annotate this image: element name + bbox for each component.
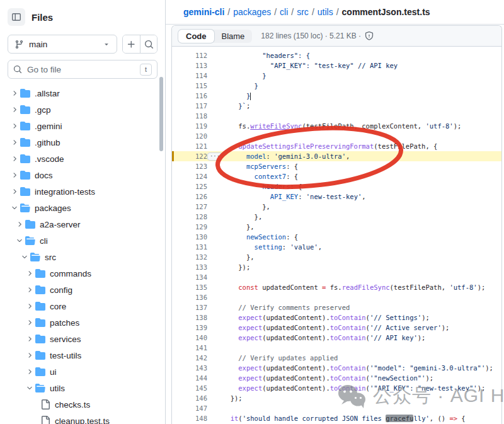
tree-item-services[interactable]: services — [0, 331, 163, 347]
line-number[interactable]: 116 — [172, 91, 207, 101]
go-to-file-input[interactable]: Go to file t — [8, 60, 158, 79]
line-number[interactable]: 142 — [172, 353, 207, 363]
chevron-right-icon[interactable] — [10, 154, 19, 163]
line-number[interactable]: 133 — [172, 262, 207, 272]
line-number[interactable]: 148 — [172, 413, 207, 423]
chevron-right-icon[interactable] — [25, 302, 34, 311]
line-number[interactable]: 123 — [172, 161, 207, 171]
tree-item-docs[interactable]: docs — [0, 167, 163, 183]
chevron-down-icon[interactable] — [25, 384, 34, 392]
line-number[interactable]: 134 — [172, 272, 207, 282]
tree-item-patches[interactable]: patches — [0, 314, 163, 331]
line-number[interactable]: 127 — [172, 202, 207, 212]
tree-item-config[interactable]: config — [0, 282, 163, 298]
chevron-right-icon[interactable] — [25, 351, 34, 360]
chevron-down-icon[interactable] — [15, 236, 24, 245]
tab-code[interactable]: Code — [178, 30, 214, 43]
tree-item--gcp[interactable]: .gcp — [0, 101, 163, 118]
line-number[interactable]: 139 — [172, 323, 207, 333]
line-number[interactable]: 135 — [172, 282, 207, 292]
line-number[interactable]: 117 — [172, 101, 207, 111]
line-number[interactable]: 129 — [172, 222, 207, 232]
tree-item-a2a-server[interactable]: a2a-server — [0, 216, 163, 232]
chevron-right-icon[interactable] — [10, 89, 19, 98]
line-number[interactable]: 146 — [172, 393, 207, 403]
line-number[interactable]: 118 — [172, 111, 207, 121]
chevron-right-icon[interactable] — [25, 367, 34, 376]
folder-glyph — [35, 383, 45, 393]
breadcrumb-current-file: commentJson.test.ts — [342, 7, 430, 17]
breadcrumb-link-cli[interactable]: cli — [280, 7, 288, 17]
line-number[interactable]: 136 — [172, 292, 207, 302]
tree-item--vscode[interactable]: .vscode — [0, 151, 163, 167]
new-file-button[interactable] — [123, 35, 140, 53]
tree-item-ui[interactable]: ui — [0, 364, 163, 380]
chevron-right-icon[interactable] — [10, 187, 19, 196]
breadcrumb-link-utils[interactable]: utils — [318, 7, 333, 17]
collapse-sidebar-button[interactable] — [8, 8, 25, 26]
line-number[interactable]: 114 — [172, 71, 207, 81]
line-number[interactable]: 122 — [172, 151, 207, 161]
line-number[interactable]: 144 — [172, 373, 207, 383]
line-number[interactable]: 112 — [172, 50, 207, 60]
line-actions-button[interactable]: ··· — [207, 152, 222, 161]
line-number[interactable]: 137 — [172, 302, 207, 312]
line-number[interactable]: 143 — [172, 363, 207, 373]
breadcrumb-link-src[interactable]: src — [297, 7, 309, 17]
breadcrumb-link-packages[interactable]: packages — [233, 7, 271, 17]
line-number[interactable]: 140 — [172, 333, 207, 343]
sidebar-scrollbar[interactable] — [159, 77, 163, 151]
chevron-right-icon[interactable] — [10, 122, 19, 130]
folder-glyph — [35, 318, 45, 328]
line-number[interactable]: 147 — [172, 403, 207, 413]
chevron-right-icon[interactable] — [25, 318, 34, 327]
chevron-down-icon[interactable] — [10, 203, 19, 212]
tree-item-core[interactable]: core — [0, 298, 163, 314]
code-line-text: expect(updatedContent).toContain('// API… — [222, 333, 501, 343]
line-number[interactable]: 145 — [172, 383, 207, 393]
line-number[interactable]: 128 — [172, 212, 207, 222]
line-number[interactable]: 132 — [172, 252, 207, 262]
line-number[interactable]: 115 — [172, 81, 207, 91]
tree-item-cleanup-test-ts[interactable]: cleanup.test.ts — [0, 413, 163, 424]
line-number[interactable]: 130 — [172, 232, 207, 242]
tree-item-integration-tests[interactable]: integration-tests — [0, 183, 163, 200]
code-line-148: 148 it('should handle corrupted JSON fil… — [172, 413, 501, 423]
line-number[interactable]: 113 — [172, 60, 207, 71]
tree-item--gemini[interactable]: .gemini — [0, 118, 163, 134]
line-number[interactable]: 121 — [172, 141, 207, 151]
chevron-right-icon[interactable] — [10, 171, 19, 180]
tree-item-src[interactable]: src — [0, 249, 163, 265]
breadcrumb-separator: / — [224, 7, 233, 17]
chevron-right-icon[interactable] — [25, 269, 34, 278]
line-number[interactable]: 131 — [172, 242, 207, 252]
line-number[interactable]: 124 — [172, 171, 207, 181]
chevron-right-icon[interactable] — [15, 220, 24, 229]
line-number[interactable]: 119 — [172, 121, 207, 131]
line-number[interactable]: 138 — [172, 312, 207, 323]
tree-item-cli[interactable]: cli — [0, 232, 163, 249]
tab-blame[interactable]: Blame — [214, 30, 253, 43]
line-number[interactable]: 126 — [172, 192, 207, 202]
line-number[interactable]: 141 — [172, 343, 207, 353]
chevron-right-icon[interactable] — [10, 138, 19, 147]
security-info-button[interactable] — [365, 32, 374, 40]
search-tree-button[interactable] — [140, 35, 157, 53]
tree-item-utils[interactable]: utils — [0, 380, 163, 396]
tree-item--allstar[interactable]: .allstar — [0, 85, 163, 101]
tree-item-commands[interactable]: commands — [0, 265, 163, 282]
chevron-right-icon[interactable] — [25, 335, 34, 343]
tree-item-packages[interactable]: packages — [0, 200, 163, 216]
code-line-113: 113 "API_KEY": "test-key" // API key — [172, 60, 501, 71]
branch-selector[interactable]: main — [8, 35, 117, 54]
line-number[interactable]: 120 — [172, 131, 207, 141]
tree-item-checks-ts[interactable]: checks.ts — [0, 396, 163, 413]
chevron-down-icon[interactable] — [20, 253, 29, 261]
chevron-right-icon[interactable] — [10, 105, 19, 114]
tree-item-label: packages — [35, 203, 71, 213]
chevron-right-icon[interactable] — [25, 285, 34, 294]
tree-item--github[interactable]: .github — [0, 134, 163, 151]
line-number[interactable]: 125 — [172, 181, 207, 192]
breadcrumb-repo-link[interactable]: gemini-cli — [183, 7, 224, 17]
tree-item-test-utils[interactable]: test-utils — [0, 347, 163, 364]
